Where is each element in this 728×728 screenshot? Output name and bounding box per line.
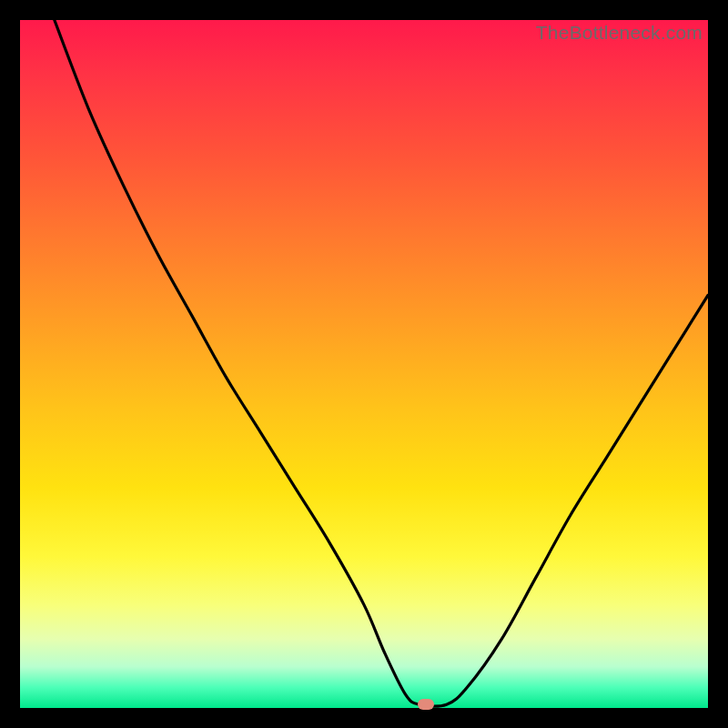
optimum-marker: [418, 699, 434, 710]
bottleneck-curve: [20, 20, 708, 708]
plot-area: TheBottleneck.com: [20, 20, 708, 708]
chart-frame: TheBottleneck.com: [0, 0, 728, 728]
curve-path: [55, 20, 708, 706]
